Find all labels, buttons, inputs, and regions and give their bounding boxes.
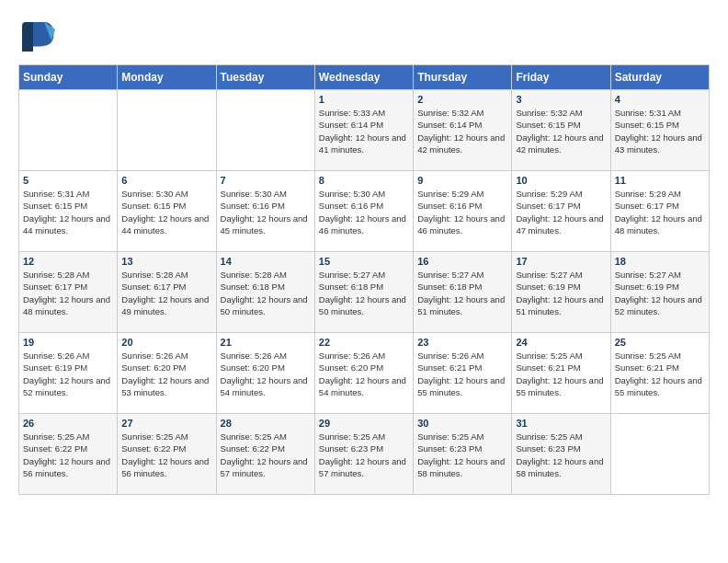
calendar-cell: 12Sunrise: 5:28 AMSunset: 6:17 PMDayligh… [19, 252, 118, 333]
day-info: Sunrise: 5:26 AMSunset: 6:21 PMDaylight:… [417, 350, 507, 398]
day-info: Sunrise: 5:26 AMSunset: 6:20 PMDaylight:… [121, 350, 211, 398]
day-info: Sunrise: 5:26 AMSunset: 6:20 PMDaylight:… [319, 350, 409, 398]
day-number: 18 [615, 256, 705, 267]
day-number: 2 [417, 94, 507, 105]
calendar-cell: 8Sunrise: 5:30 AMSunset: 6:16 PMDaylight… [314, 171, 413, 252]
day-info: Sunrise: 5:28 AMSunset: 6:17 PMDaylight:… [121, 269, 211, 317]
day-info: Sunrise: 5:30 AMSunset: 6:15 PMDaylight:… [121, 188, 211, 236]
calendar-cell: 4Sunrise: 5:31 AMSunset: 6:15 PMDaylight… [610, 90, 709, 171]
day-number: 15 [319, 256, 409, 267]
calendar-cell: 1Sunrise: 5:33 AMSunset: 6:14 PMDaylight… [314, 90, 413, 171]
calendar-cell: 10Sunrise: 5:29 AMSunset: 6:17 PMDayligh… [512, 171, 610, 252]
day-number: 24 [516, 337, 606, 348]
day-number: 30 [417, 418, 507, 429]
calendar-cell: 6Sunrise: 5:30 AMSunset: 6:15 PMDaylight… [118, 171, 216, 252]
day-info: Sunrise: 5:26 AMSunset: 6:20 PMDaylight:… [221, 350, 311, 398]
day-number: 7 [221, 175, 311, 186]
calendar-week-row: 12Sunrise: 5:28 AMSunset: 6:17 PMDayligh… [19, 252, 710, 333]
day-info: Sunrise: 5:28 AMSunset: 6:17 PMDaylight:… [23, 269, 113, 317]
day-number: 9 [417, 175, 507, 186]
calendar-header-tuesday: Tuesday [216, 65, 314, 90]
calendar-cell: 15Sunrise: 5:27 AMSunset: 6:18 PMDayligh… [314, 252, 413, 333]
calendar-cell: 24Sunrise: 5:25 AMSunset: 6:21 PMDayligh… [512, 333, 610, 414]
day-number: 4 [615, 94, 705, 105]
day-info: Sunrise: 5:25 AMSunset: 6:23 PMDaylight:… [516, 431, 606, 479]
day-number: 13 [121, 256, 211, 267]
calendar-cell: 28Sunrise: 5:25 AMSunset: 6:22 PMDayligh… [216, 414, 314, 495]
calendar-cell: 23Sunrise: 5:26 AMSunset: 6:21 PMDayligh… [414, 333, 512, 414]
day-info: Sunrise: 5:29 AMSunset: 6:17 PMDaylight:… [516, 188, 606, 236]
calendar-header-wednesday: Wednesday [314, 65, 413, 90]
day-number: 10 [516, 175, 606, 186]
page-header [18, 18, 710, 55]
day-number: 19 [23, 337, 113, 348]
calendar-cell: 20Sunrise: 5:26 AMSunset: 6:20 PMDayligh… [118, 333, 216, 414]
calendar-cell: 5Sunrise: 5:31 AMSunset: 6:15 PMDaylight… [19, 171, 118, 252]
day-info: Sunrise: 5:29 AMSunset: 6:17 PMDaylight:… [615, 188, 705, 236]
calendar-cell: 25Sunrise: 5:25 AMSunset: 6:21 PMDayligh… [610, 333, 709, 414]
logo-icon [18, 18, 55, 55]
day-number: 23 [417, 337, 507, 348]
day-info: Sunrise: 5:30 AMSunset: 6:16 PMDaylight:… [319, 188, 409, 236]
day-info: Sunrise: 5:30 AMSunset: 6:16 PMDaylight:… [221, 188, 311, 236]
day-info: Sunrise: 5:32 AMSunset: 6:15 PMDaylight:… [516, 107, 606, 155]
calendar-week-row: 5Sunrise: 5:31 AMSunset: 6:15 PMDaylight… [19, 171, 710, 252]
calendar-cell [216, 90, 314, 171]
day-number: 8 [319, 175, 409, 186]
calendar-cell: 21Sunrise: 5:26 AMSunset: 6:20 PMDayligh… [216, 333, 314, 414]
day-number: 14 [221, 256, 311, 267]
day-number: 3 [516, 94, 606, 105]
day-info: Sunrise: 5:25 AMSunset: 6:22 PMDaylight:… [23, 431, 113, 479]
day-number: 31 [516, 418, 606, 429]
calendar-week-row: 1Sunrise: 5:33 AMSunset: 6:14 PMDaylight… [19, 90, 710, 171]
day-info: Sunrise: 5:25 AMSunset: 6:21 PMDaylight:… [516, 350, 606, 398]
calendar-header-thursday: Thursday [414, 65, 512, 90]
day-info: Sunrise: 5:25 AMSunset: 6:22 PMDaylight:… [121, 431, 211, 479]
calendar-cell: 9Sunrise: 5:29 AMSunset: 6:16 PMDaylight… [414, 171, 512, 252]
calendar-header-saturday: Saturday [610, 65, 709, 90]
day-info: Sunrise: 5:25 AMSunset: 6:23 PMDaylight:… [319, 431, 409, 479]
day-number: 11 [615, 175, 705, 186]
calendar-cell: 18Sunrise: 5:27 AMSunset: 6:19 PMDayligh… [610, 252, 709, 333]
calendar-header-monday: Monday [118, 65, 216, 90]
day-info: Sunrise: 5:27 AMSunset: 6:19 PMDaylight:… [516, 269, 606, 317]
calendar-cell: 3Sunrise: 5:32 AMSunset: 6:15 PMDaylight… [512, 90, 610, 171]
calendar-cell: 7Sunrise: 5:30 AMSunset: 6:16 PMDaylight… [216, 171, 314, 252]
calendar-cell: 2Sunrise: 5:32 AMSunset: 6:14 PMDaylight… [414, 90, 512, 171]
calendar-cell [118, 90, 216, 171]
calendar-cell: 22Sunrise: 5:26 AMSunset: 6:20 PMDayligh… [314, 333, 413, 414]
day-info: Sunrise: 5:25 AMSunset: 6:21 PMDaylight:… [615, 350, 705, 398]
day-info: Sunrise: 5:25 AMSunset: 6:22 PMDaylight:… [221, 431, 311, 479]
calendar-cell [19, 90, 118, 171]
day-number: 17 [516, 256, 606, 267]
calendar-header-row: SundayMondayTuesdayWednesdayThursdayFrid… [19, 65, 710, 90]
calendar-cell: 27Sunrise: 5:25 AMSunset: 6:22 PMDayligh… [118, 414, 216, 495]
day-number: 26 [23, 418, 113, 429]
day-number: 1 [319, 94, 409, 105]
calendar-cell: 26Sunrise: 5:25 AMSunset: 6:22 PMDayligh… [19, 414, 118, 495]
calendar-header-sunday: Sunday [19, 65, 118, 90]
day-info: Sunrise: 5:33 AMSunset: 6:14 PMDaylight:… [319, 107, 409, 155]
day-info: Sunrise: 5:29 AMSunset: 6:16 PMDaylight:… [417, 188, 507, 236]
day-number: 27 [121, 418, 211, 429]
day-number: 29 [319, 418, 409, 429]
day-number: 16 [417, 256, 507, 267]
calendar-week-row: 19Sunrise: 5:26 AMSunset: 6:19 PMDayligh… [19, 333, 710, 414]
day-info: Sunrise: 5:27 AMSunset: 6:18 PMDaylight:… [319, 269, 409, 317]
day-info: Sunrise: 5:31 AMSunset: 6:15 PMDaylight:… [615, 107, 705, 155]
day-info: Sunrise: 5:26 AMSunset: 6:19 PMDaylight:… [23, 350, 113, 398]
calendar-cell: 29Sunrise: 5:25 AMSunset: 6:23 PMDayligh… [314, 414, 413, 495]
calendar-cell: 31Sunrise: 5:25 AMSunset: 6:23 PMDayligh… [512, 414, 610, 495]
calendar-cell: 11Sunrise: 5:29 AMSunset: 6:17 PMDayligh… [610, 171, 709, 252]
day-info: Sunrise: 5:25 AMSunset: 6:23 PMDaylight:… [417, 431, 507, 479]
calendar-cell: 13Sunrise: 5:28 AMSunset: 6:17 PMDayligh… [118, 252, 216, 333]
day-number: 20 [121, 337, 211, 348]
day-info: Sunrise: 5:28 AMSunset: 6:18 PMDaylight:… [221, 269, 311, 317]
calendar-header-friday: Friday [512, 65, 610, 90]
calendar-body: 1Sunrise: 5:33 AMSunset: 6:14 PMDaylight… [19, 90, 710, 495]
calendar-table: SundayMondayTuesdayWednesdayThursdayFrid… [18, 64, 710, 495]
day-number: 12 [23, 256, 113, 267]
day-number: 28 [221, 418, 311, 429]
day-number: 6 [121, 175, 211, 186]
day-number: 22 [319, 337, 409, 348]
